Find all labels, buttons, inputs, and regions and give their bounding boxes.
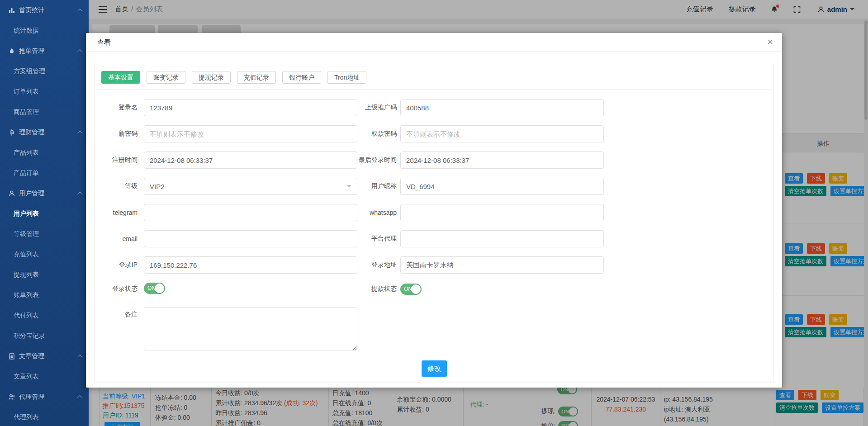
section-label: 代理管理 — [19, 393, 44, 401]
level-label: 等级 — [95, 182, 138, 190]
sidebar-item-goods-mgmt[interactable]: 商品管理 — [0, 102, 89, 122]
save-button[interactable]: 修改 — [422, 360, 447, 377]
modal-card: 基本设置 账变记录 提现记录 充值记录 银行账户 Tron地址 登录名 上级推广… — [94, 64, 774, 382]
toggle-knob — [155, 284, 164, 293]
whatsapp-label: whatsapp — [357, 209, 397, 216]
member-form: 登录名 上级推广码 新密码 取款密码 注册时间 最后登录时间 等级 VIP — [95, 90, 773, 377]
level-select[interactable]: VIP2 — [144, 178, 357, 195]
finance-icon — [8, 129, 15, 136]
tab-tron-address[interactable]: Tron地址 — [327, 71, 366, 84]
sidebar-item-plan-group[interactable]: 方案组管理 — [0, 61, 89, 81]
modal-title: 查看 — [86, 33, 782, 52]
whatsapp-input[interactable] — [400, 204, 604, 221]
new-password-label: 新密码 — [95, 130, 138, 138]
last-login-label: 最后登录时间 — [357, 156, 397, 164]
section-label: 理财管理 — [19, 128, 44, 137]
email-input[interactable] — [144, 230, 357, 247]
chart-icon — [8, 7, 15, 14]
tab-bank-account[interactable]: 银行账户 — [282, 71, 321, 84]
tab-basic-settings[interactable]: 基本设置 — [101, 71, 140, 84]
sidebar-item-order-list[interactable]: 订单列表 — [0, 81, 89, 102]
sidebar-section-grab-mgmt[interactable]: 抢单管理 — [0, 41, 89, 61]
chevron-up-icon — [77, 395, 82, 400]
withdraw-status-toggle[interactable]: ON — [400, 284, 422, 295]
sidebar-item-user-list[interactable]: 用户列表 — [0, 204, 89, 224]
login-name-label: 登录名 — [95, 104, 138, 112]
sidebar-item-recharge-list[interactable]: 充值列表 — [0, 244, 89, 265]
new-password-input[interactable] — [144, 125, 357, 142]
login-name-input[interactable] — [144, 99, 357, 116]
remark-label: 备注 — [95, 307, 138, 319]
last-login-input[interactable] — [400, 151, 604, 169]
chevron-up-icon — [77, 130, 82, 135]
section-label: 抢单管理 — [19, 47, 44, 55]
parent-code-input[interactable] — [400, 99, 604, 116]
chevron-up-icon — [77, 191, 82, 196]
sidebar-item-product-order[interactable]: 产品订单 — [0, 163, 89, 183]
toggle-knob — [411, 284, 421, 294]
agents-icon — [8, 393, 15, 401]
section-label: 用户管理 — [19, 189, 44, 198]
login-address-label: 登录地址 — [357, 261, 397, 269]
login-ip-label: 登录IP — [95, 261, 138, 269]
sidebar-section-home-stats[interactable]: 首页统计 — [0, 0, 89, 20]
withdraw-password-label: 取款密码 — [357, 130, 397, 138]
sidebar-item-product-list[interactable]: 产品列表 — [0, 142, 89, 163]
sidebar-item-withdraw-list[interactable]: 提现列表 — [0, 265, 89, 285]
tab-recharge-records[interactable]: 充值记录 — [237, 71, 276, 84]
nickname-label: 用户昵称 — [357, 182, 397, 190]
sidebar-section-article-mgmt[interactable]: 文章管理 — [0, 346, 89, 366]
email-label: email — [95, 235, 138, 242]
chevron-up-icon — [77, 8, 82, 13]
sidebar-item-level-mgmt[interactable]: 等级管理 — [0, 224, 89, 244]
sidebar-section-user-mgmt[interactable]: 用户管理 — [0, 183, 89, 204]
register-time-input[interactable] — [144, 151, 357, 169]
platform-agent-input[interactable] — [400, 230, 604, 247]
sidebar-item-article-list[interactable]: 文章列表 — [0, 366, 89, 387]
register-time-label: 注册时间 — [95, 156, 138, 164]
login-status-toggle[interactable]: ON — [144, 283, 165, 294]
nickname-input[interactable] — [400, 178, 604, 195]
platform-agent-label: 平台代理 — [357, 235, 397, 243]
sidebar-item-stats-data[interactable]: 统计数据 — [0, 20, 89, 41]
article-icon — [8, 353, 15, 360]
sidebar-section-finance-mgmt[interactable]: 理财管理 — [0, 122, 89, 142]
login-ip-input[interactable] — [144, 256, 357, 274]
sidebar-item-agent-list[interactable]: 代理列表 — [0, 407, 89, 426]
close-icon[interactable]: × — [767, 36, 773, 48]
tab-withdraw-records[interactable]: 提现记录 — [192, 71, 231, 84]
chevron-up-icon — [77, 354, 82, 359]
view-member-modal: 查看 × 基本设置 账变记录 提现记录 充值记录 银行账户 Tron地址 登录名… — [86, 33, 782, 388]
sidebar-item-payout-list[interactable]: 代付列表 — [0, 305, 89, 326]
user-icon — [8, 190, 15, 197]
remark-textarea[interactable] — [144, 307, 357, 350]
telegram-input[interactable] — [144, 204, 357, 221]
sidebar-item-bill-list[interactable]: 账单列表 — [0, 285, 89, 305]
fire-icon — [8, 47, 15, 55]
withdraw-password-input[interactable] — [400, 125, 604, 142]
modal-tabs: 基本设置 账变记录 提现记录 充值记录 银行账户 Tron地址 — [95, 64, 773, 90]
select-caret-icon — [347, 185, 351, 188]
section-label: 首页统计 — [19, 6, 44, 14]
tab-balance-changes[interactable]: 账变记录 — [147, 71, 185, 84]
login-address-input[interactable] — [400, 256, 604, 274]
sidebar-section-agent-mgmt[interactable]: 代理管理 — [0, 387, 89, 407]
sidebar-item-points-record[interactable]: 积分宝记录 — [0, 326, 89, 346]
parent-code-label: 上级推广码 — [357, 104, 397, 112]
chevron-up-icon — [77, 49, 82, 54]
sidebar: 首页统计 统计数据 抢单管理 方案组管理 订单列表 商品管理 理财管理 产品列表… — [0, 0, 89, 426]
login-status-label: 登录状态 — [95, 285, 138, 293]
withdraw-status-label: 提款状态 — [357, 285, 397, 293]
telegram-label: telegram — [95, 209, 138, 216]
level-value: VIP2 — [150, 183, 165, 190]
section-label: 文章管理 — [19, 352, 44, 360]
